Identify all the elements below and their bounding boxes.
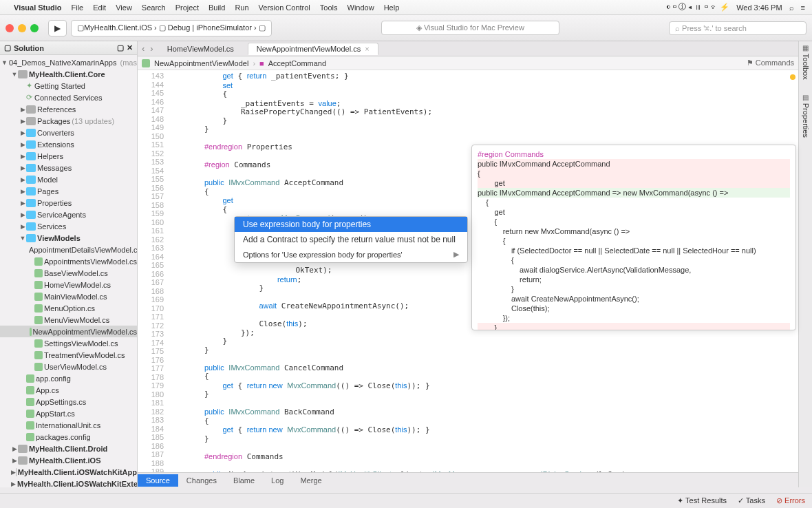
tab-log[interactable]: Log [263,474,292,487]
menu-search[interactable]: Search [142,3,166,12]
spotlight-icon[interactable]: ⌕ [789,3,794,12]
tree-item[interactable]: NewAppointmentViewModel.cs [0,326,137,337]
tree-item[interactable]: AppointmentsViewModel.cs [0,255,137,267]
tree-item[interactable]: ⟳Connected Services [0,92,137,103]
clock: Wed 3:46 PM [736,3,782,12]
menu-run[interactable]: Run [235,3,248,12]
status-icons: ◐ ▭ ⓘ ◀ ⫴ ▭ ᯤ ⚡ [666,3,729,12]
tree-item[interactable]: ✦Getting Started [0,80,137,92]
close-tab-icon[interactable]: × [365,45,369,53]
quickfix-popup: Use expression body for properties Add a… [234,216,468,263]
tree-item[interactable]: ▶Extensions [0,138,137,150]
quickfix-item[interactable]: Add a Contract to specify the return val… [235,232,467,247]
breadcrumb-member[interactable]: AcceptCommand [268,59,326,67]
tree-item[interactable]: HomeViewModel.cs [0,279,137,290]
macos-menubar: Visual Studio File Edit View Search Proj… [0,0,812,15]
pad-close-icon[interactable]: ✕ [127,43,133,52]
status-tasks[interactable]: ✓ Tasks [738,496,765,505]
tree-item[interactable]: TreatmentViewModel.cs [0,349,137,361]
properties-pad-tab[interactable]: ▤ Properties [802,94,810,138]
breadcrumb-class[interactable]: NewAppointmentViewModel [154,59,248,67]
menu-view[interactable]: View [116,3,132,12]
tree-item[interactable]: AppSettings.cs [0,396,137,408]
tab-merge[interactable]: Merge [292,474,330,487]
tree-item[interactable]: ▶Converters [0,127,137,138]
nav-forward-button[interactable]: › [150,43,153,54]
nav-back-button[interactable]: ‹ [142,43,145,54]
menu-window[interactable]: Window [348,3,374,12]
tree-item[interactable]: SettingsViewModel.cs [0,337,137,349]
tree-item[interactable]: ▶MyHealth.Client.Droid [0,443,137,454]
menu-help[interactable]: Help [384,3,400,12]
tree-item[interactable]: ▼ViewModels [0,232,137,244]
solution-root[interactable]: ▼ 04_Demos_NativeXamarinApps (master) [0,56,137,68]
tree-item[interactable]: AppStart.cs [0,408,137,419]
tree-item[interactable]: BaseViewModel.cs [0,267,137,279]
tree-item[interactable]: ▶Packages(13 updates) [0,115,137,127]
right-pad-rail: ▦ Toolbox ▤ Properties [798,41,812,487]
tree-item[interactable]: MenuOption.cs [0,302,137,314]
line-number-gutter: 143 144 145 146 147 148 149 150 151 152 … [138,70,168,472]
tree-item[interactable]: MenuViewModel.cs [0,314,137,326]
tree-item[interactable]: ▶MyHealth.Client.iOS [0,454,137,466]
tree-item[interactable]: ▶Pages [0,185,137,197]
tab-changes[interactable]: Changes [178,474,225,487]
editor-tab-inactive[interactable]: HomeViewModel.cs [159,43,242,54]
tree-item[interactable]: packages.config [0,431,137,443]
menu-extras-icon[interactable]: ≡ [801,3,805,12]
tab-source[interactable]: Source [138,474,178,487]
tree-item[interactable]: ▶Messages [0,162,137,173]
pad-options-icon[interactable]: ▢ [117,43,124,52]
traffic-lights [6,24,39,32]
tree-item[interactable]: InternationalUnit.cs [0,419,137,431]
menu-tools[interactable]: Tools [320,3,338,12]
tree-item[interactable]: app.config [0,372,137,384]
search-field[interactable]: ⌕ Press '⌘.' to search [669,21,806,35]
status-errors[interactable]: ⊘ Errors [776,496,805,505]
tree-item[interactable]: MainViewModel.cs [0,290,137,302]
menu-vc[interactable]: Version Control [259,3,310,12]
editor-bottom-tabs: Source Changes Blame Log Merge [138,472,798,487]
window-toolbar: ▶ ▢ MyHealth.Client.iOS › ▢ Debug | iPho… [0,15,812,41]
menu-file[interactable]: File [71,3,83,12]
class-icon [142,59,150,67]
editor-tab-bar: ‹ › HomeViewModel.cs NewAppointmentViewM… [138,41,798,56]
tree-item[interactable]: ▶Properties [0,197,137,209]
tree-item[interactable]: ▶ServiceAgents [0,209,137,220]
menu-edit[interactable]: Edit [93,3,106,12]
tree-item[interactable]: ▼MyHealth.Client.Core [0,68,137,80]
close-window-button[interactable] [6,24,14,32]
toolbox-pad-tab[interactable]: ▦ Toolbox [802,44,810,80]
tree-item[interactable]: ▶Model [0,173,137,185]
tree-item[interactable]: ▶Helpers [0,150,137,162]
status-bar: ✦ Test Results ✓ Tasks ⊘ Errors [0,493,812,508]
tree-item[interactable]: ▶MyHealth.Client.iOSWatchKitExtension [0,478,137,487]
status-test-results[interactable]: ✦ Test Results [677,496,727,505]
tab-blame[interactable]: Blame [225,474,263,487]
menu-project[interactable]: Project [175,3,199,12]
tree-item[interactable]: AppointmentDetailsViewModel.cs [0,244,137,255]
tree-item[interactable]: ▶Services [0,220,137,232]
tree-item[interactable]: ▶References [0,103,137,115]
quickfix-item-selected[interactable]: Use expression body for properties [235,217,467,232]
app-name[interactable]: Visual Studio [14,3,61,12]
solution-tree[interactable]: ▼ 04_Demos_NativeXamarinApps (master) ▼M… [0,55,137,487]
tree-item[interactable]: UserViewModel.cs [0,361,137,372]
status-display: ◈ Visual Studio for Mac Preview [381,21,559,35]
editor-tab-active[interactable]: NewAppointmentViewModel.cs× [248,43,378,55]
tree-item[interactable]: App.cs [0,384,137,396]
zoom-window-button[interactable] [30,24,39,32]
breadcrumb-bar: NewAppointmentViewModel › ■ AcceptComman… [138,56,798,70]
commands-indicator[interactable]: ⚑ Commands [747,59,794,67]
tree-item[interactable]: ▶MyHealth.Client.iOSWatchKitApp [0,466,137,478]
menu-build[interactable]: Build [209,3,225,12]
solution-pad: ▢ Solution ▢✕ ▼ 04_Demos_NativeXamarinAp… [0,41,138,487]
solution-pad-header: ▢ Solution ▢✕ [0,41,137,55]
refactor-preview-panel: #region Commandspublic IMvxCommand Accep… [471,145,796,330]
minimize-window-button[interactable] [18,24,26,32]
warning-marker[interactable] [790,74,795,80]
quickfix-item-submenu[interactable]: Options for 'Use expression body for pro… [235,247,467,262]
run-button[interactable]: ▶ [48,20,67,36]
target-selector[interactable]: ▢ MyHealth.Client.iOS › ▢ Debug | iPhone… [71,20,272,36]
